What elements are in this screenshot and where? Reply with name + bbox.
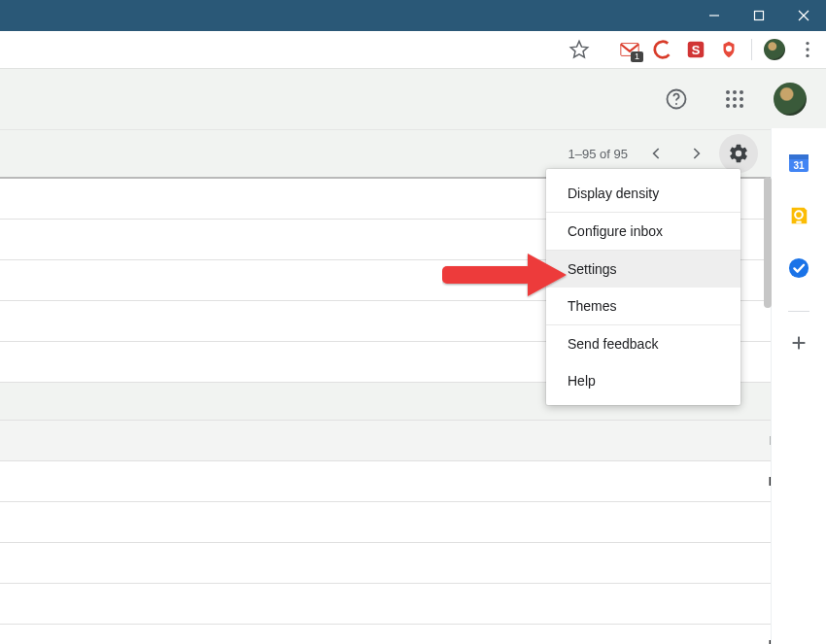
svg-point-12 bbox=[806, 54, 809, 57]
browser-menu-icon[interactable] bbox=[797, 39, 818, 60]
pager-next-button[interactable] bbox=[676, 134, 715, 173]
gmail-ext-icon[interactable]: 1 bbox=[619, 39, 640, 60]
mail-row[interactable]: Mar 2 bbox=[0, 584, 826, 625]
mail-row[interactable]: Mar 14 bbox=[0, 421, 826, 461]
svg-point-21 bbox=[726, 104, 730, 108]
menu-display-density[interactable]: Display density bbox=[546, 175, 740, 212]
svg-point-23 bbox=[740, 104, 743, 108]
svg-rect-29 bbox=[796, 221, 802, 223]
svg-point-17 bbox=[740, 90, 743, 94]
scrollbar-thumb[interactable] bbox=[764, 177, 772, 308]
apps-icon[interactable] bbox=[715, 80, 754, 119]
add-addon-icon[interactable] bbox=[787, 331, 810, 355]
extension-d-icon[interactable] bbox=[718, 39, 740, 60]
browser-toolbar: 1 S bbox=[0, 31, 826, 69]
extension-s-icon[interactable]: S bbox=[685, 39, 706, 60]
svg-rect-1 bbox=[755, 12, 764, 20]
svg-point-16 bbox=[733, 90, 737, 94]
mail-row[interactable]: Mar 11 bbox=[0, 461, 826, 502]
menu-settings[interactable]: Settings bbox=[546, 251, 740, 288]
account-avatar[interactable] bbox=[774, 83, 807, 116]
svg-point-14 bbox=[675, 103, 677, 105]
mail-row[interactable]: Feb 28 bbox=[0, 625, 826, 644]
window-titlebar bbox=[0, 0, 826, 31]
window-close-button[interactable] bbox=[781, 0, 826, 31]
svg-point-18 bbox=[726, 97, 730, 101]
mail-row[interactable]: Mar 8 bbox=[0, 502, 826, 543]
window-maximize-button[interactable] bbox=[737, 0, 781, 31]
settings-gear-button[interactable] bbox=[719, 134, 758, 173]
svg-point-22 bbox=[733, 104, 737, 108]
window-minimize-button[interactable] bbox=[692, 0, 737, 31]
svg-rect-27 bbox=[789, 154, 809, 159]
gmail-badge: 1 bbox=[631, 51, 643, 62]
sidepanel-separator bbox=[788, 311, 809, 312]
gmail-header bbox=[0, 69, 826, 130]
svg-text:S: S bbox=[692, 43, 701, 57]
svg-point-11 bbox=[806, 48, 809, 51]
svg-point-31 bbox=[789, 258, 809, 278]
help-icon[interactable] bbox=[657, 80, 696, 119]
browser-profile-avatar[interactable] bbox=[764, 39, 785, 60]
keep-icon[interactable] bbox=[787, 204, 810, 227]
menu-send-feedback[interactable]: Send feedback bbox=[546, 325, 740, 362]
pager-prev-button[interactable] bbox=[637, 134, 676, 173]
tasks-icon[interactable] bbox=[787, 256, 810, 280]
svg-point-6 bbox=[652, 39, 673, 60]
pager-text: 1–95 of 95 bbox=[568, 147, 628, 161]
svg-point-19 bbox=[733, 97, 737, 101]
svg-text:31: 31 bbox=[793, 160, 805, 171]
side-panel: 31 bbox=[771, 128, 826, 644]
menu-help[interactable]: Help bbox=[546, 362, 740, 399]
svg-point-15 bbox=[726, 90, 730, 94]
calendar-icon[interactable]: 31 bbox=[787, 152, 810, 175]
toolbar-separator bbox=[751, 39, 752, 60]
svg-point-20 bbox=[740, 97, 743, 101]
settings-dropdown: Display density Configure inbox Settings… bbox=[546, 169, 740, 405]
svg-point-9 bbox=[726, 46, 732, 51]
mail-row[interactable]: Mar 5 bbox=[0, 543, 826, 584]
menu-themes[interactable]: Themes bbox=[546, 288, 740, 324]
svg-point-10 bbox=[806, 42, 809, 45]
extension-c-icon[interactable] bbox=[652, 39, 673, 60]
menu-configure-inbox[interactable]: Configure inbox bbox=[546, 213, 740, 250]
star-icon[interactable] bbox=[568, 39, 590, 60]
svg-marker-4 bbox=[570, 41, 587, 57]
